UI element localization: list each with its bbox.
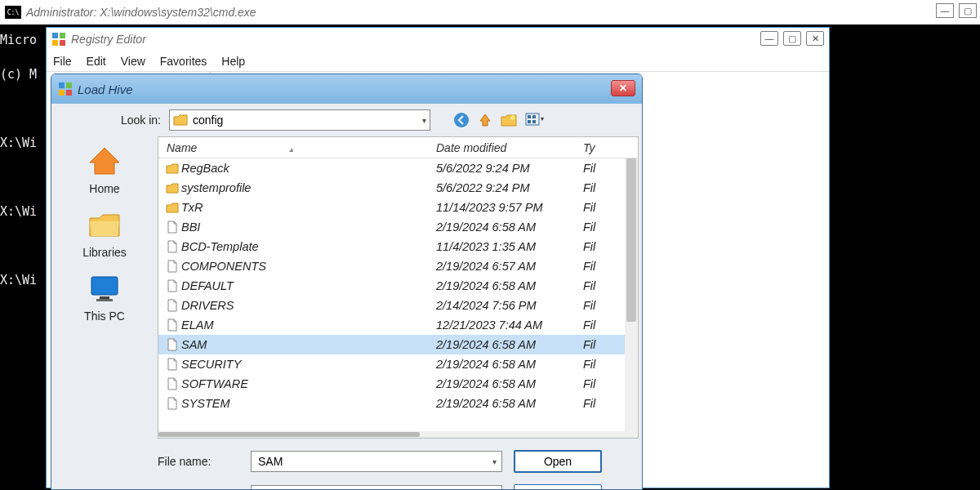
open-button[interactable]: Open [514,450,602,473]
menu-file[interactable]: File [53,55,72,68]
close-button[interactable]: ✕ [611,80,635,96]
file-type: Fil [583,338,608,351]
sidebar-item-libraries[interactable]: Libraries [82,208,127,259]
scrollbar-thumb[interactable] [158,432,420,437]
file-date: 5/6/2022 9:24 PM [436,181,583,194]
svg-rect-4 [59,82,65,88]
regedit-close-button[interactable]: ✕ [806,31,824,46]
view-menu-icon[interactable] [525,113,545,127]
sort-asc-icon: ▴ [289,145,293,154]
cmd-maximize-button[interactable]: ▢ [959,3,977,18]
horizontal-scrollbar[interactable] [158,431,625,438]
file-date: 2/19/2024 6:58 AM [436,397,583,410]
file-row[interactable]: BCD-Template11/4/2023 1:35 AMFil [158,237,638,256]
cmd-titlebar: C:\ Administrator: X:\windows\system32\c… [0,0,980,24]
lookin-combo[interactable]: config ▾ [169,109,430,131]
file-row[interactable]: SOFTWARE2/19/2024 6:58 AMFil [158,374,638,394]
menu-view[interactable]: View [121,55,145,68]
file-list[interactable]: Name▴ Date modified Ty RegBack5/6/2022 9… [158,136,639,439]
load-hive-title: Load Hive [78,82,133,96]
file-row[interactable]: DEFAULT2/19/2024 6:58 AMFil [158,276,638,296]
new-folder-icon[interactable] [501,114,517,127]
file-name: DEFAULT [181,279,436,292]
svg-rect-15 [91,277,118,295]
svg-rect-12 [532,115,536,118]
svg-rect-6 [59,90,65,96]
svg-rect-2 [52,40,58,46]
file-icon [163,279,181,292]
file-name: SAM [181,338,436,351]
cmd-minimize-button[interactable]: — [936,3,954,18]
file-date: 2/19/2024 6:58 AM [436,338,583,351]
file-row[interactable]: systemprofile5/6/2022 9:24 PMFil [158,178,638,198]
file-row[interactable]: SYSTEM2/19/2024 6:58 AMFil [158,394,638,413]
folder-icon [163,202,181,213]
sidebar-item-home[interactable]: Home [87,145,122,195]
file-icon [163,338,181,351]
filename-input[interactable]: SAM ▾ [251,451,502,472]
file-type: Fil [583,299,608,312]
column-name[interactable]: Name▴ [158,141,436,154]
menu-help[interactable]: Help [221,55,245,68]
file-name: SOFTWARE [181,377,436,390]
filetype-combo[interactable]: All Files ▾ [251,485,502,490]
home-icon [87,145,122,177]
column-date[interactable]: Date modified [436,141,583,154]
scrollbar-thumb[interactable] [626,158,636,322]
file-date: 2/19/2024 6:57 AM [436,260,583,273]
sidebar-item-label: Libraries [82,246,127,259]
menu-edit[interactable]: Edit [87,55,106,68]
file-type: Fil [583,260,608,273]
file-name: COMPONENTS [181,260,436,273]
file-name: ELAM [181,318,436,332]
svg-point-9 [510,115,515,120]
regedit-icon [51,32,66,47]
filename-value: SAM [258,455,283,468]
menu-favorites[interactable]: Favorites [160,55,207,68]
sidebar-item-label: This PC [84,310,125,323]
svg-rect-16 [100,296,109,299]
regedit-maximize-button[interactable]: ▢ [783,31,801,46]
cancel-button[interactable]: Cancel [514,484,602,490]
places-sidebar: Home Libraries This PC [51,136,158,439]
folder-icon [87,208,122,241]
back-icon[interactable] [453,112,470,128]
file-name: systemprofile [181,181,436,194]
svg-rect-7 [66,90,72,96]
column-type[interactable]: Ty [583,141,616,154]
sidebar-item-thispc[interactable]: This PC [84,272,125,323]
file-type: Fil [583,358,608,371]
file-row[interactable]: TxR11/14/2023 9:57 PMFil [158,198,638,217]
file-type: Fil [583,201,608,214]
svg-rect-11 [528,115,531,118]
load-hive-icon [58,82,73,96]
up-icon[interactable] [478,113,492,127]
load-hive-dialog: Load Hive ✕ Look in: config ▾ Home [51,74,643,490]
file-date: 2/19/2024 6:58 AM [436,279,583,292]
file-type: Fil [583,220,608,234]
file-list-header: Name▴ Date modified Ty [158,137,638,158]
file-row[interactable]: SAM2/19/2024 6:58 AMFil [158,335,638,354]
file-row[interactable]: RegBack5/6/2022 9:24 PMFil [158,158,638,178]
svg-rect-3 [60,40,65,46]
file-row[interactable]: SECURITY2/19/2024 6:58 AMFil [158,354,638,374]
regedit-titlebar[interactable]: Registry Editor — ▢ ✕ [47,28,829,51]
load-hive-titlebar[interactable]: Load Hive ✕ [51,74,642,104]
chevron-down-icon: ▾ [422,116,426,125]
regedit-title: Registry Editor [71,33,146,46]
file-row[interactable]: ELAM12/21/2023 7:44 AMFil [158,315,638,335]
file-date: 5/6/2022 9:24 PM [436,162,583,175]
cmd-title: Administrator: X:\windows\system32\cmd.e… [26,6,256,19]
file-row[interactable]: COMPONENTS2/19/2024 6:57 AMFil [158,256,638,276]
folder-icon [163,163,181,174]
vertical-scrollbar[interactable] [625,158,638,438]
chevron-down-icon: ▾ [492,457,497,466]
file-row[interactable]: DRIVERS2/14/2024 7:56 PMFil [158,296,638,315]
regedit-minimize-button[interactable]: — [760,31,778,46]
file-icon [163,220,181,234]
file-name: SECURITY [181,358,436,371]
file-row[interactable]: BBI2/19/2024 6:58 AMFil [158,217,638,237]
file-name: TxR [181,201,436,214]
filename-label: File name: [158,455,239,468]
file-icon [163,397,181,410]
